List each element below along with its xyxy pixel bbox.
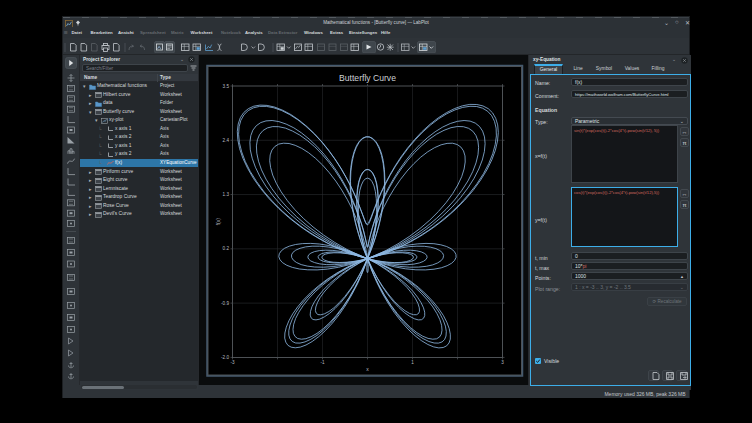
- svg-text:-1: -1: [320, 360, 325, 365]
- svg-text:-2.0: -2.0: [221, 355, 229, 360]
- svg-text:1.3: 1.3: [223, 192, 230, 197]
- svg-text:2.4: 2.4: [223, 138, 230, 143]
- svg-text:f(x): f(x): [216, 218, 222, 226]
- svg-text:0.2: 0.2: [223, 246, 230, 251]
- svg-text:Butterfly Curve: Butterfly Curve: [339, 73, 396, 83]
- svg-text:3: 3: [501, 360, 504, 365]
- svg-text:-0.9: -0.9: [221, 301, 229, 306]
- svg-text:1: 1: [411, 360, 414, 365]
- svg-text:3.5: 3.5: [223, 84, 230, 89]
- svg-text:-3: -3: [230, 360, 235, 365]
